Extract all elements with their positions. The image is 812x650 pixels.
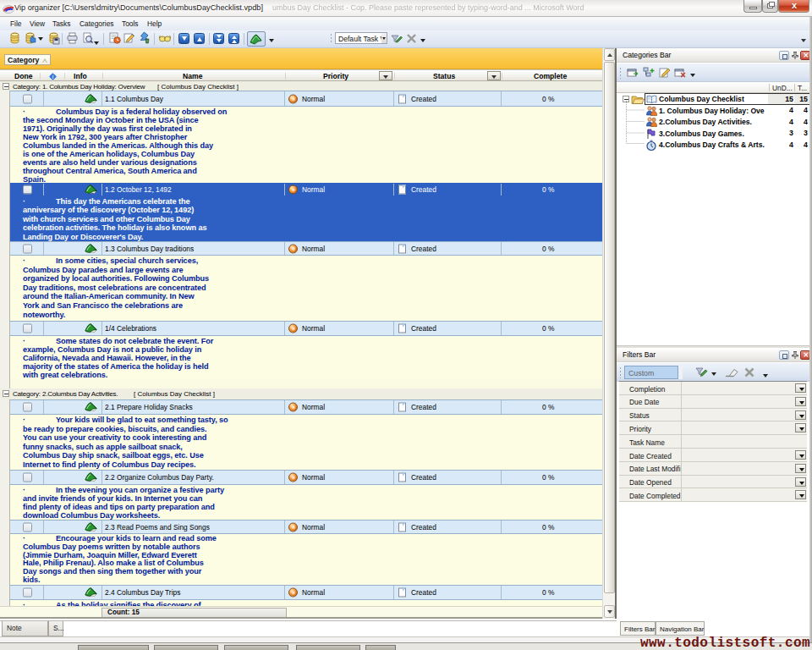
svg-text:i: i	[52, 73, 53, 80]
